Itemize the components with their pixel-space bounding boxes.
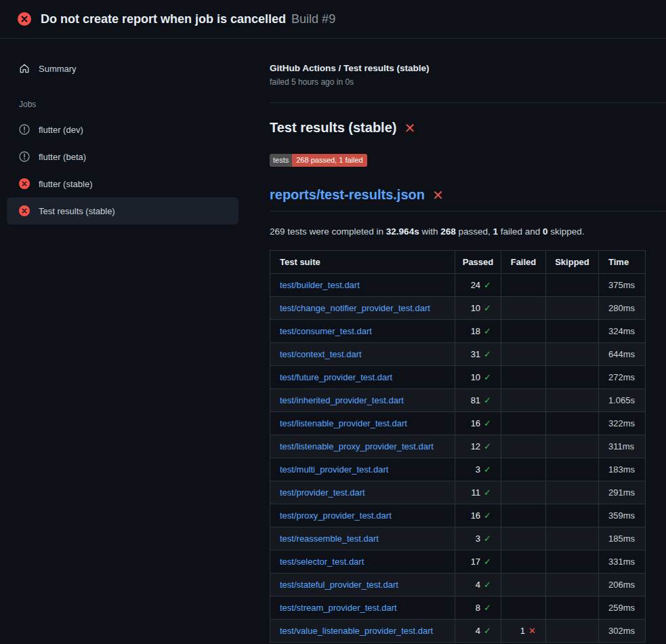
passed-cell: 10✓	[455, 297, 501, 320]
check-icon: ✓	[484, 349, 491, 359]
summary-skipped-count: 0	[543, 226, 548, 237]
table-row: test/reassemble_test.dart 3✓ 185ms	[270, 527, 646, 550]
sidebar-item-summary[interactable]: Summary	[7, 55, 238, 82]
skipped-cell	[546, 597, 599, 620]
passed-count: 11	[472, 487, 481, 498]
suite-cell: test/stream_provider_test.dart	[270, 597, 455, 620]
badge-label: tests	[270, 154, 292, 167]
time-cell: 359ms	[599, 504, 646, 527]
time-value: 259ms	[608, 603, 635, 613]
check-icon: ✓	[484, 464, 491, 475]
sidebar-item-test-results-stable[interactable]: Test results (stable)	[7, 197, 238, 224]
suite-link[interactable]: test/proxy_provider_test.dart	[280, 510, 392, 521]
suite-cell: test/inherited_provider_test.dart	[270, 389, 455, 412]
passed-count: 24	[471, 280, 480, 290]
passed-cell: 11✓	[455, 481, 501, 504]
sidebar-item-flutter-stable[interactable]: flutter (stable)	[7, 170, 238, 197]
time-cell: 302ms	[599, 620, 646, 643]
suite-link[interactable]: test/value_listenable_provider_test.dart	[280, 626, 433, 636]
suite-link[interactable]: test/change_notifier_provider_test.dart	[280, 303, 430, 313]
check-icon: ✓	[484, 326, 491, 336]
sidebar-item-label: Summary	[39, 64, 77, 74]
failed-cell	[501, 274, 546, 297]
table-row: test/future_provider_test.dart 10✓ 272ms	[270, 366, 646, 389]
failed-cell	[501, 550, 546, 573]
passed-count: 81	[471, 395, 480, 405]
report-file-link[interactable]: reports/test-results.json	[270, 187, 425, 203]
suite-link[interactable]: test/consumer_test.dart	[280, 326, 372, 336]
suite-link[interactable]: test/stateful_provider_test.dart	[280, 580, 398, 590]
check-run-header: Do not create report when job is cancell…	[0, 0, 666, 39]
time-cell: 644ms	[599, 343, 646, 366]
check-icon: ✓	[484, 372, 491, 382]
failed-cell	[501, 297, 546, 320]
passed-cell: 17✓	[455, 550, 501, 573]
suite-link[interactable]: test/multi_provider_test.dart	[280, 464, 388, 475]
failed-cell	[501, 320, 546, 343]
failed-circle-x-icon	[19, 178, 30, 189]
neutral-alert-icon	[19, 124, 30, 135]
time-value: 185ms	[608, 534, 635, 544]
skipped-cell	[546, 481, 599, 504]
table-row: test/consumer_test.dart 18✓ 324ms	[270, 320, 646, 343]
skipped-cell	[546, 527, 599, 550]
check-icon: ✓	[484, 303, 491, 313]
suite-link[interactable]: test/context_test.dart	[280, 349, 362, 359]
suite-link[interactable]: test/inherited_provider_test.dart	[280, 395, 404, 405]
sidebar: Summary Jobs flutter (dev) flutter (beta…	[0, 39, 247, 224]
sidebar-item-flutter-dev[interactable]: flutter (dev)	[7, 116, 238, 143]
time-value: 302ms	[608, 626, 635, 636]
suite-link[interactable]: test/provider_test.dart	[280, 487, 365, 498]
divider	[270, 102, 666, 103]
column-header-test-suite: Test suite	[270, 251, 455, 274]
time-value: 331ms	[608, 557, 635, 567]
table-row: test/multi_provider_test.dart 3✓ 183ms	[270, 458, 646, 481]
failed-cell	[501, 481, 546, 504]
failed-cell	[501, 389, 546, 412]
time-value: 322ms	[608, 418, 635, 428]
passed-count: 3	[476, 464, 480, 475]
check-icon: ✓	[484, 580, 491, 590]
failed-circle-x-icon	[18, 12, 31, 26]
column-header-skipped: Skipped	[546, 251, 599, 274]
suite-link[interactable]: test/selector_test.dart	[280, 557, 364, 567]
failed-cell	[501, 412, 546, 435]
table-row: test/proxy_provider_test.dart 16✓ 359ms	[270, 504, 646, 527]
table-row: test/stream_provider_test.dart 8✓ 259ms	[270, 597, 646, 620]
suite-link[interactable]: test/stream_provider_test.dart	[280, 603, 397, 613]
suite-cell: test/selector_test.dart	[270, 550, 455, 573]
check-icon: ✓	[484, 395, 491, 405]
skipped-cell	[546, 435, 599, 458]
summary-text: failed and	[498, 226, 543, 237]
time-cell: 311ms	[599, 435, 646, 458]
passed-count: 4	[476, 580, 480, 590]
run-status-line: failed 5 hours ago in 0s	[270, 77, 666, 87]
passed-count: 3	[476, 534, 480, 544]
table-row: test/builder_test.dart 24✓ 375ms	[270, 274, 646, 297]
suite-cell: test/builder_test.dart	[270, 274, 455, 297]
table-row: test/listenable_provider_test.dart 16✓ 3…	[270, 412, 646, 435]
suite-cell: test/future_provider_test.dart	[270, 366, 455, 389]
passed-cell: 16✓	[455, 412, 501, 435]
main-content: GitHub Actions / Test results (stable) f…	[247, 39, 666, 643]
failed-cell	[501, 366, 546, 389]
skipped-cell	[546, 274, 599, 297]
skipped-cell	[546, 297, 599, 320]
suite-cell: test/provider_test.dart	[270, 481, 455, 504]
suite-link[interactable]: test/future_provider_test.dart	[280, 372, 392, 382]
passed-count: 16	[471, 510, 480, 521]
passed-cell: 12✓	[455, 435, 501, 458]
suite-link[interactable]: test/builder_test.dart	[280, 280, 360, 290]
time-cell: 259ms	[599, 597, 646, 620]
suite-link[interactable]: test/listenable_provider_test.dart	[280, 418, 407, 428]
time-cell: 183ms	[599, 458, 646, 481]
table-row: test/context_test.dart 31✓ 644ms	[270, 343, 646, 366]
sidebar-item-flutter-beta[interactable]: flutter (beta)	[7, 143, 238, 170]
suite-link[interactable]: test/reassemble_test.dart	[280, 534, 379, 544]
passed-cell: 16✓	[455, 504, 501, 527]
suite-link[interactable]: test/listenable_proxy_provider_test.dart	[280, 441, 434, 451]
failed-cell	[501, 458, 546, 481]
breadcrumb: GitHub Actions / Test results (stable)	[270, 63, 666, 73]
suite-cell: test/reassemble_test.dart	[270, 527, 455, 550]
time-value: 280ms	[608, 303, 635, 313]
